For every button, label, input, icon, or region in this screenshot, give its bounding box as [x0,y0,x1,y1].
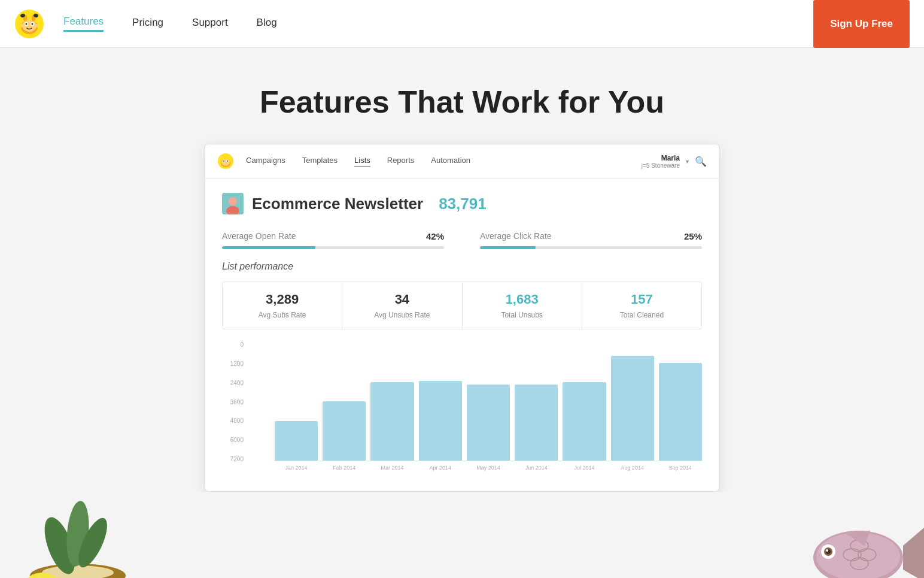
chart-x-label: May 2014 [467,465,510,471]
chart-container: 7200600048003600240012000 Jan 2014Feb 20… [222,341,702,477]
perf-card-label: Avg Unsubs Rate [351,311,453,319]
chart-bar [659,363,702,461]
chart-bar-wrapper [659,341,702,461]
chart-bar [370,382,414,461]
perf-card-value: 3,289 [231,292,333,307]
chart-bar [467,385,510,461]
open-rate-bar [222,246,315,249]
chart-bar [275,421,318,461]
mailchimp-logo [14,9,44,39]
svg-point-18 [223,161,224,162]
click-rate-bar-container [480,246,702,249]
chart-bar [515,385,558,461]
mockup-nav-reports[interactable]: Reports [387,156,415,167]
chart-x-label: Sep 2014 [659,465,702,471]
perf-card-value: 34 [351,292,453,307]
chart-x-label: Feb 2014 [323,465,366,471]
perf-card: 3,289 Avg Subs Rate [223,282,342,329]
click-rate-value: 25% [684,231,702,241]
chart-y-label: 4800 [222,417,244,424]
chart-bar-wrapper [323,341,366,461]
mockup-user-subtitle: j=5 Stoneware [642,162,680,169]
chart-x-axis: Jan 2014Feb 2014Mar 2014Apr 2014May 2014… [275,465,702,471]
stats-pair: Average Open Rate 42% Average Click Rate… [222,231,702,249]
chart-bar [611,356,654,461]
mockup-nav-campaigns[interactable]: Campaigns [246,156,285,167]
mockup-logo-icon [217,153,234,170]
search-icon[interactable]: 🔍 [695,156,707,167]
perf-card-value: 1,683 [471,292,573,307]
mockup-body: Ecommerce Newsletter 83,791 Average Open… [205,178,719,491]
click-rate-stat: Average Click Rate 25% [480,231,702,249]
chart-bar-wrapper [370,341,414,461]
chart-y-label: 1200 [222,361,244,367]
svg-point-40 [826,549,828,552]
mockup-nav-automation[interactable]: Automation [431,156,470,167]
chart-y-label: 0 [222,341,244,348]
chart-bars [275,341,702,461]
svg-point-19 [227,161,228,162]
perf-card-label: Total Cleaned [591,311,693,319]
chart-x-label: Aug 2014 [611,465,654,471]
chart-bar-wrapper [419,341,462,461]
chart-bar [419,381,462,461]
chart-x-label: Jun 2014 [515,465,558,471]
perf-card: 1,683 Total Unsubs [463,282,582,329]
chart-x-label: Jul 2014 [563,465,606,471]
chart-y-label: 6000 [222,437,244,443]
click-rate-bar [480,246,536,249]
mockup-nav-right: Maria j=5 Stoneware ▾ 🔍 [642,154,707,169]
chart-y-label: 7200 [222,456,244,462]
svg-point-9 [20,24,25,28]
chart-bar [563,382,606,461]
mockup-window: Campaigns Templates Lists Reports Automa… [205,144,719,492]
open-rate-bar-container [222,246,444,249]
newsletter-count: 83,791 [439,195,487,213]
mockup-nav-links: Campaigns Templates Lists Reports Automa… [246,156,642,167]
nav-pricing[interactable]: Pricing [132,17,163,31]
chart-x-label: Apr 2014 [419,465,462,471]
nav-features[interactable]: Features [63,16,104,32]
chart-x-label: Mar 2014 [370,465,414,471]
mockup-user-info: Maria j=5 Stoneware [642,154,680,169]
nav-blog[interactable]: Blog [257,17,277,31]
signup-button[interactable]: Sign Up Free [813,0,910,48]
perf-cards: 3,289 Avg Subs Rate 34 Avg Unsubs Rate 1… [222,282,702,329]
hero-section: Features That Work for You Campaigns Tem… [0,48,924,492]
mockup-user-name: Maria [642,154,680,162]
list-performance-title: List performance [222,261,702,272]
nav-links: Features Pricing Support Blog [63,16,813,32]
mockup-nav-templates[interactable]: Templates [302,156,338,167]
newsletter-header: Ecommerce Newsletter 83,791 [222,193,702,214]
svg-point-10 [34,24,38,28]
navbar: Features Pricing Support Blog Sign Up Fr… [0,0,924,48]
chart-bar-wrapper [275,341,318,461]
chart-x-label: Jan 2014 [275,465,318,471]
chart-bar [323,401,366,461]
svg-point-21 [229,197,237,205]
chevron-down-icon[interactable]: ▾ [686,158,689,165]
nav-support[interactable]: Support [192,17,228,31]
chart-bar-wrapper [515,341,558,461]
open-rate-label: Average Open Rate [222,231,296,241]
mockup-navbar: Campaigns Templates Lists Reports Automa… [205,144,719,178]
svg-point-5 [26,23,28,25]
newsletter-avatar [222,193,244,214]
chart-bar-wrapper [467,341,510,461]
perf-card-label: Total Unsubs [471,311,573,319]
perf-card: 34 Avg Unsubs Rate [342,282,462,329]
perf-card: 157 Total Cleaned [582,282,701,329]
left-decoration [0,498,156,578]
page-bottom [0,492,924,578]
mockup-nav-lists[interactable]: Lists [354,156,370,167]
svg-point-6 [32,23,34,25]
svg-point-15 [221,159,230,166]
chart-bar-wrapper [611,341,654,461]
perf-card-value: 157 [591,292,693,307]
newsletter-title: Ecommerce Newsletter [252,195,423,213]
chart-y-axis: 7200600048003600240012000 [222,341,244,462]
page-title: Features That Work for You [12,84,912,120]
svg-marker-36 [903,528,924,578]
right-decoration [804,492,924,578]
open-rate-value: 42% [426,231,444,241]
